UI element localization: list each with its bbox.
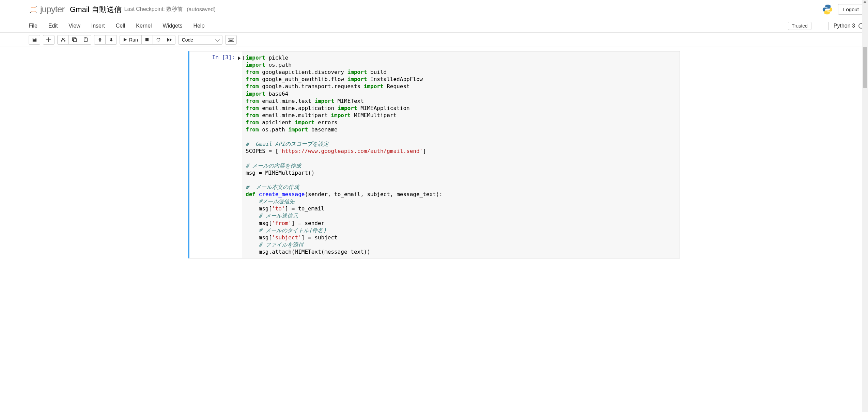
notebook-scroll[interactable]: In [3]: import pickle import os.path fro…: [0, 47, 868, 412]
trusted-indicator[interactable]: Trusted: [788, 22, 811, 30]
svg-rect-12: [230, 39, 230, 39]
plus-icon: [46, 37, 51, 42]
input-prompt: In [3]:: [212, 54, 235, 61]
move-up-button[interactable]: [94, 35, 106, 45]
svg-point-4: [829, 13, 830, 13]
edit-group: [57, 35, 91, 45]
run-label: Run: [129, 37, 138, 43]
paste-button[interactable]: [80, 35, 91, 45]
keyboard-icon: [228, 38, 234, 42]
run-cell-icon[interactable]: [238, 56, 241, 60]
code-content[interactable]: import pickle import os.path from google…: [246, 54, 676, 255]
scroll-up-icon[interactable]: [864, 1, 866, 3]
play-icon: [123, 38, 127, 42]
cell-type-value: Code: [182, 37, 193, 43]
code-editor[interactable]: import pickle import os.path from google…: [242, 51, 680, 258]
svg-rect-15: [232, 39, 233, 39]
toolbar: Run Code: [0, 33, 868, 47]
svg-rect-11: [229, 39, 229, 39]
arrow-up-icon: [98, 37, 102, 42]
notebook-title[interactable]: Gmail 自動送信: [70, 4, 122, 15]
menu-insert[interactable]: Insert: [91, 23, 105, 29]
svg-point-3: [825, 5, 826, 6]
autosave-label: (autosaved): [187, 6, 216, 13]
insert-cell-button[interactable]: [43, 35, 55, 45]
jupyter-logo[interactable]: jupyter: [29, 4, 64, 15]
menu-widgets[interactable]: Widgets: [163, 23, 183, 29]
restart-button[interactable]: [153, 35, 164, 45]
restart-run-all-button[interactable]: [164, 35, 175, 45]
svg-point-0: [36, 6, 37, 7]
svg-point-2: [36, 12, 37, 13]
interrupt-button[interactable]: [141, 35, 153, 45]
copy-icon: [72, 37, 77, 42]
svg-rect-13: [231, 39, 231, 39]
prompt-area: In [3]:: [189, 51, 242, 258]
command-palette-button[interactable]: [225, 35, 237, 45]
code-cell[interactable]: In [3]: import pickle import os.path fro…: [188, 51, 680, 258]
menu-file[interactable]: File: [29, 23, 37, 29]
jupyter-brand: jupyter: [40, 4, 64, 15]
menu-view[interactable]: View: [68, 23, 80, 29]
move-down-button[interactable]: [105, 35, 117, 45]
header-bar: jupyter Gmail 自動送信 Last Checkpoint: 数秒前 …: [0, 0, 868, 19]
logout-button[interactable]: Logout: [838, 4, 864, 15]
checkpoint-label: Last Checkpoint: 数秒前: [124, 6, 183, 13]
menubar: FileEditViewInsertCellKernelWidgetsHelp …: [0, 19, 868, 33]
save-icon: [32, 37, 37, 42]
page-scrollbar[interactable]: [862, 0, 868, 412]
paste-icon: [83, 37, 88, 42]
menu-edit[interactable]: Edit: [48, 23, 58, 29]
run-group: Run: [120, 35, 175, 45]
copy-button[interactable]: [68, 35, 80, 45]
scroll-thumb[interactable]: [863, 47, 867, 88]
svg-point-1: [30, 12, 31, 13]
save-button[interactable]: [29, 35, 40, 45]
stop-icon: [145, 38, 149, 42]
fast-forward-icon: [167, 38, 172, 42]
svg-rect-8: [85, 37, 86, 38]
python-icon: [821, 3, 834, 16]
restart-icon: [156, 37, 161, 42]
menu-cell[interactable]: Cell: [116, 23, 125, 29]
svg-rect-14: [231, 39, 232, 39]
menu-help[interactable]: Help: [193, 23, 204, 29]
svg-rect-6: [73, 39, 76, 42]
run-button[interactable]: Run: [120, 35, 142, 45]
divider: [828, 22, 829, 30]
arrow-down-icon: [109, 37, 113, 42]
cell-type-select[interactable]: Code: [178, 35, 222, 45]
move-group: [94, 35, 117, 45]
cut-button[interactable]: [57, 35, 69, 45]
svg-rect-9: [145, 38, 149, 41]
svg-rect-10: [228, 38, 234, 42]
jupyter-icon: [29, 5, 38, 14]
kernel-name[interactable]: Python 3: [834, 23, 855, 29]
svg-rect-16: [229, 40, 232, 41]
menu-kernel[interactable]: Kernel: [136, 23, 152, 29]
scissors-icon: [61, 37, 66, 42]
